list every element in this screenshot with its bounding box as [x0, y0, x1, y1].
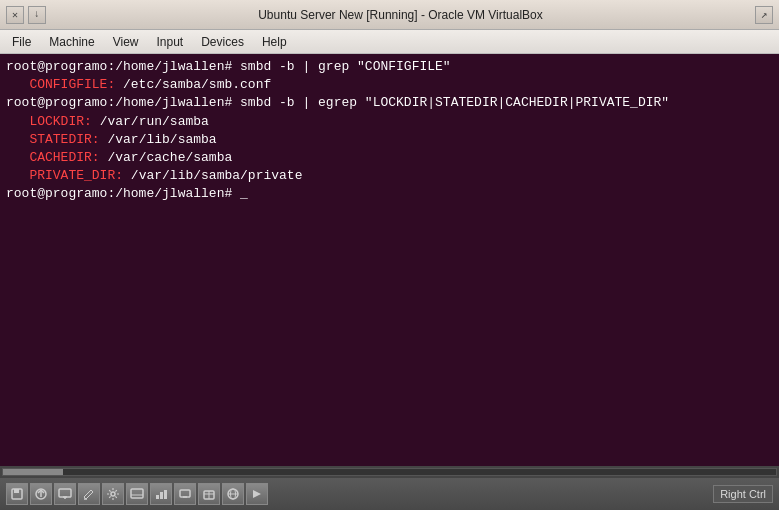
svg-rect-13	[180, 490, 190, 497]
network-icon[interactable]	[222, 483, 244, 505]
svg-rect-10	[156, 495, 159, 499]
terminal-line-1: root@programo:/home/jlwallen# smbd -b | …	[6, 58, 773, 76]
svg-rect-11	[160, 492, 163, 499]
screen-icon[interactable]	[174, 483, 196, 505]
terminal-line-3: root@programo:/home/jlwallen# smbd -b | …	[6, 94, 773, 112]
close-button[interactable]: ✕	[6, 6, 24, 24]
arrow-right-icon[interactable]	[246, 483, 268, 505]
terminal-line-2: CONFIGFILE: /etc/samba/smb.conf	[6, 76, 773, 94]
title-bar-controls: ✕ ↓	[6, 6, 46, 24]
title-bar: ✕ ↓ Ubuntu Server New [Running] - Oracle…	[0, 0, 779, 30]
display-icon[interactable]	[54, 483, 76, 505]
chart-icon[interactable]	[150, 483, 172, 505]
scrollbar-thumb[interactable]	[3, 469, 63, 475]
scrollbar-area[interactable]	[0, 466, 779, 478]
svg-marker-21	[253, 490, 261, 498]
menu-devices[interactable]: Devices	[193, 33, 252, 51]
menu-bar: File Machine View Input Devices Help	[0, 30, 779, 54]
terminal-line-7: PRIVATE_DIR: /var/lib/samba/private	[6, 167, 773, 185]
window-title: Ubuntu Server New [Running] - Oracle VM …	[258, 8, 543, 22]
edit-icon[interactable]	[78, 483, 100, 505]
terminal-line-6: CACHEDIR: /var/cache/samba	[6, 149, 773, 167]
status-icons	[6, 483, 268, 505]
svg-rect-3	[59, 489, 71, 497]
terminal-line-8: root@programo:/home/jlwallen# _	[6, 185, 773, 203]
menu-help[interactable]: Help	[254, 33, 295, 51]
menu-view[interactable]: View	[105, 33, 147, 51]
terminal-line-5: STATEDIR: /var/lib/samba	[6, 131, 773, 149]
svg-rect-1	[14, 489, 19, 493]
monitor-icon[interactable]	[126, 483, 148, 505]
scrollbar-track[interactable]	[2, 468, 777, 476]
menu-file[interactable]: File	[4, 33, 39, 51]
svg-point-7	[111, 492, 115, 496]
right-ctrl-label: Right Ctrl	[713, 485, 773, 503]
minimize-button[interactable]: ↓	[28, 6, 46, 24]
menu-machine[interactable]: Machine	[41, 33, 102, 51]
settings-icon[interactable]	[102, 483, 124, 505]
package-icon[interactable]	[198, 483, 220, 505]
maximize-button[interactable]: ↗	[755, 6, 773, 24]
menu-input[interactable]: Input	[149, 33, 192, 51]
terminal-line-4: LOCKDIR: /var/run/samba	[6, 113, 773, 131]
status-bar: Right Ctrl	[0, 478, 779, 510]
terminal[interactable]: root@programo:/home/jlwallen# smbd -b | …	[0, 54, 779, 466]
upload-icon[interactable]	[30, 483, 52, 505]
svg-rect-12	[164, 490, 167, 499]
svg-rect-8	[131, 489, 143, 498]
save-icon[interactable]	[6, 483, 28, 505]
